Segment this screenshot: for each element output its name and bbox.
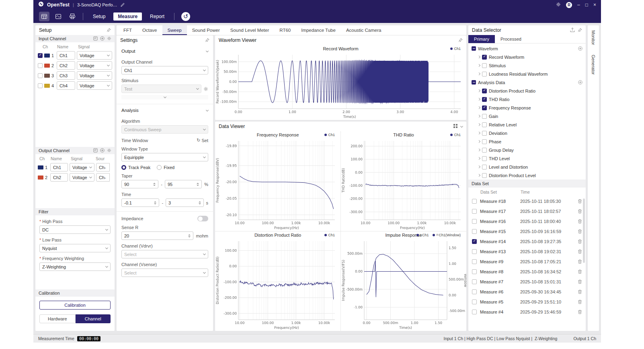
- output-section-header[interactable]: Output: [117, 45, 213, 56]
- algorithm-select[interactable]: Continuous Sweep: [121, 125, 208, 134]
- tree-checkbox[interactable]: [482, 105, 487, 110]
- data-set-checkbox[interactable]: [472, 299, 477, 304]
- add-channel-icon[interactable]: [100, 36, 105, 41]
- tree-checkbox[interactable]: [482, 55, 487, 60]
- sense-r-input[interactable]: 20: [121, 231, 193, 240]
- track-peak-radio[interactable]: Track Peak: [121, 165, 150, 170]
- tree-item[interactable]: Gain: [468, 112, 586, 120]
- measure-mode-tab[interactable]: Sound Level Meter: [225, 25, 275, 35]
- tree-item[interactable]: Relative Level: [468, 120, 586, 129]
- chevron-right-icon[interactable]: [478, 132, 480, 134]
- legend-item[interactable]: Ch1: [324, 133, 335, 137]
- tree-item[interactable]: THD Level: [468, 154, 586, 163]
- signal-select[interactable]: Voltage: [77, 61, 112, 70]
- tree-checkbox[interactable]: [482, 148, 487, 153]
- channel-checkbox[interactable]: [38, 73, 43, 78]
- delete-icon[interactable]: [578, 259, 582, 264]
- collapse-icon[interactable]: [472, 80, 476, 85]
- data-set-row[interactable]: Measure #6 2025-09-30 16:34:45: [468, 287, 586, 297]
- delete-icon[interactable]: [578, 299, 582, 304]
- tree-item[interactable]: Stimulus: [468, 61, 586, 70]
- taper-start-input[interactable]: 90: [121, 180, 158, 188]
- maximize-button[interactable]: □: [585, 2, 588, 7]
- spinner-icon[interactable]: [152, 183, 156, 186]
- pin-icon[interactable]: [458, 37, 463, 44]
- data-set-checkbox[interactable]: [472, 229, 477, 234]
- minimize-button[interactable]: –: [577, 2, 580, 7]
- tree-item[interactable]: Distortion Product Level: [468, 171, 586, 180]
- layout-grid-icon[interactable]: [453, 123, 458, 130]
- data-set-checkbox[interactable]: [472, 259, 477, 264]
- filter-select[interactable]: DC: [39, 225, 111, 234]
- vdrvr-select[interactable]: Select: [121, 250, 208, 258]
- channel-color-swatch[interactable]: [38, 176, 43, 180]
- signal-select[interactable]: Voltage: [77, 71, 112, 80]
- output-channel-row[interactable]: 2 Ch2 Voltage Ch-: [35, 172, 115, 182]
- data-set-checkbox[interactable]: [472, 269, 477, 274]
- output-channel-select[interactable]: Ch1: [121, 66, 208, 74]
- chevron-right-icon[interactable]: [478, 174, 480, 177]
- data-set-row[interactable]: Measure #13 2025-10-08 19:02:31: [468, 246, 586, 256]
- data-set-checkbox[interactable]: [472, 279, 477, 284]
- channel-checkbox[interactable]: [38, 63, 43, 68]
- data-set-row[interactable]: Measure #15 2025-10-09 16:16:59: [468, 226, 586, 236]
- tree-checkbox[interactable]: [482, 139, 487, 144]
- tree-item[interactable]: Level and Distortion: [468, 163, 586, 171]
- measure-mode-tab[interactable]: Octave: [137, 25, 162, 35]
- data-set-checkbox[interactable]: [472, 310, 477, 314]
- chevron-right-icon[interactable]: [478, 72, 480, 75]
- source-select[interactable]: Ch-: [96, 163, 110, 171]
- data-set-row[interactable]: Measure #7 2025-10-08 15:01:31: [468, 277, 586, 287]
- settings-gear-icon[interactable]: [556, 1, 561, 8]
- add-channel-icon[interactable]: [100, 148, 105, 153]
- tree-item[interactable]: Frequency Response: [468, 103, 586, 112]
- tree-checkbox[interactable]: [482, 114, 487, 119]
- spinner-icon[interactable]: [187, 234, 191, 237]
- chevron-right-icon[interactable]: [478, 115, 480, 118]
- signal-select[interactable]: Voltage: [77, 81, 112, 90]
- stimulus-expander[interactable]: [121, 95, 208, 99]
- delete-icon[interactable]: [578, 310, 582, 314]
- filter-select[interactable]: Nyquist: [39, 244, 111, 252]
- chevron-right-icon[interactable]: [478, 64, 480, 67]
- signal-select[interactable]: Voltage: [77, 51, 112, 60]
- tree-item[interactable]: Group Delay: [468, 146, 586, 154]
- time-start-input[interactable]: -0.1: [121, 198, 159, 207]
- delete-icon[interactable]: [578, 209, 582, 214]
- input-channel-row[interactable]: 2 Ch2 Voltage: [35, 60, 115, 70]
- data-set-row[interactable]: Measure #17 2025-10-11 18:02:57: [468, 206, 586, 216]
- edit-columns-icon[interactable]: [93, 36, 98, 41]
- data-set-checkbox[interactable]: [472, 219, 477, 224]
- edit-columns-icon[interactable]: [93, 148, 98, 153]
- chevron-right-icon[interactable]: [478, 123, 480, 126]
- delete-icon[interactable]: [578, 219, 582, 224]
- data-set-row[interactable]: Measure #9 2025-10-08 17:05:21: [468, 256, 586, 266]
- spinner-icon[interactable]: [197, 201, 201, 204]
- tree-checkbox[interactable]: [482, 122, 487, 127]
- legend-item[interactable]: Ch1: [450, 47, 461, 51]
- channel-name-input[interactable]: Ch3: [57, 71, 75, 80]
- delete-icon[interactable]: [578, 289, 582, 294]
- tree-item[interactable]: THD Ratio: [468, 95, 586, 103]
- measure-mode-tab[interactable]: Sweep: [162, 25, 187, 35]
- tree-group-waveform[interactable]: Waveform: [468, 44, 586, 53]
- measure-mode-tab[interactable]: FFT: [118, 25, 137, 35]
- pin-icon[interactable]: [205, 37, 209, 44]
- scrollbar[interactable]: [583, 198, 585, 263]
- set-button[interactable]: ↻Set: [197, 138, 208, 143]
- channel-settings-icon[interactable]: [107, 148, 111, 153]
- delete-icon[interactable]: [578, 249, 582, 254]
- channel-settings-icon[interactable]: [107, 36, 111, 41]
- chevron-right-icon[interactable]: [478, 140, 480, 143]
- data-set-row[interactable]: Measure #18 2025-10-11 18:05:30: [468, 196, 586, 206]
- delete-icon[interactable]: [578, 229, 582, 234]
- export-icon[interactable]: [570, 27, 575, 34]
- signal-select[interactable]: Voltage: [70, 163, 94, 171]
- stimulus-select[interactable]: Test: [121, 85, 201, 93]
- input-channel-row[interactable]: 3 Ch3 Voltage: [35, 70, 115, 81]
- channel-color-swatch[interactable]: [44, 84, 50, 88]
- tree-checkbox[interactable]: [482, 131, 487, 136]
- chevron-right-icon[interactable]: [478, 56, 480, 58]
- tree-item[interactable]: Deviation: [468, 129, 586, 137]
- source-select[interactable]: Ch-: [96, 173, 110, 182]
